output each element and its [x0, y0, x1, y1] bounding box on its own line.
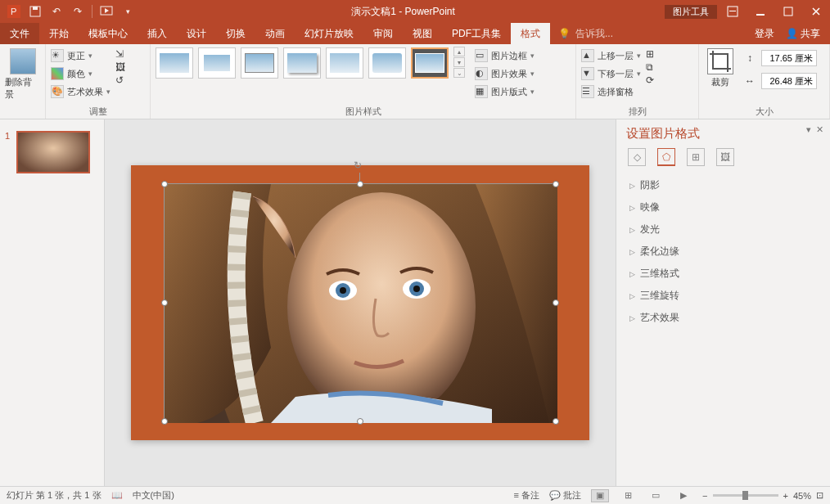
artistic-effects-button[interactable]: 🎨艺术效果 — [51, 83, 111, 101]
remove-background-button[interactable]: 删除背景 — [5, 47, 40, 101]
change-pic-icon[interactable]: 🖼 — [115, 61, 125, 73]
tab-design[interactable]: 设计 — [177, 23, 216, 44]
tab-review[interactable]: 审阅 — [363, 23, 403, 44]
style-thumb-selected[interactable] — [411, 47, 449, 79]
tab-insert[interactable]: 插入 — [138, 23, 177, 44]
zoom-in-icon[interactable]: + — [783, 491, 788, 501]
size-prop-icon[interactable]: ⊞ — [687, 148, 705, 166]
svg-rect-8 — [784, 7, 792, 16]
tab-format[interactable]: 格式 — [511, 23, 550, 44]
tell-me[interactable]: 💡告诉我... — [550, 23, 745, 44]
pane-close-icon[interactable]: ✕ — [816, 124, 823, 135]
height-input[interactable] — [761, 50, 817, 66]
rotate-handle[interactable] — [354, 160, 367, 173]
slide-canvas[interactable] — [105, 119, 616, 486]
picture-styles-gallery[interactable]: ▴ ▾ ⌄ — [156, 47, 465, 79]
send-backward-button[interactable]: ▼下移一层 — [581, 65, 641, 83]
resize-handle[interactable] — [161, 418, 168, 425]
resize-handle[interactable] — [161, 181, 168, 187]
tab-slideshow[interactable]: 幻灯片放映 — [295, 23, 363, 44]
style-thumb[interactable] — [368, 47, 406, 79]
style-thumb[interactable] — [156, 47, 193, 79]
slideshow-icon[interactable] — [99, 4, 114, 19]
zoom-out-icon[interactable]: − — [702, 491, 707, 501]
group-icon[interactable]: ⧉ — [646, 61, 654, 73]
corrections-button[interactable]: ☀更正 — [51, 47, 111, 65]
close-icon[interactable] — [802, 0, 830, 23]
tab-transition[interactable]: 切换 — [216, 23, 255, 44]
tab-view[interactable]: 视图 — [403, 23, 442, 44]
slide[interactable] — [131, 165, 589, 440]
zoom-value[interactable]: 45% — [793, 491, 811, 501]
spellcheck-icon[interactable]: 📖 — [111, 490, 123, 501]
gallery-down-icon[interactable]: ▾ — [453, 57, 465, 67]
accordion-artistic[interactable]: 艺术效果 — [626, 307, 820, 329]
tab-template[interactable]: 模板中心 — [79, 23, 138, 44]
fill-line-icon[interactable]: ◇ — [628, 148, 646, 166]
lightbulb-icon: 💡 — [558, 28, 571, 39]
selected-image[interactable] — [164, 183, 557, 422]
group-adjust: 调整 — [51, 105, 145, 119]
selection-pane-button[interactable]: ☰选择窗格 — [581, 83, 641, 101]
accordion-glow[interactable]: 发光 — [626, 218, 820, 241]
view-reading-icon[interactable]: ▭ — [647, 489, 665, 502]
svg-text:P: P — [11, 7, 16, 16]
tab-animation[interactable]: 动画 — [255, 23, 295, 44]
gallery-up-icon[interactable]: ▴ — [453, 47, 465, 56]
compress-icon[interactable]: ⇲ — [115, 48, 125, 60]
resize-handle[interactable] — [161, 299, 168, 306]
tab-pdf[interactable]: PDF工具集 — [442, 23, 511, 44]
resize-handle[interactable] — [553, 418, 559, 425]
accordion-softedge[interactable]: 柔化边缘 — [626, 241, 820, 263]
view-sorter-icon[interactable]: ⊞ — [619, 489, 637, 502]
resize-handle[interactable] — [357, 418, 363, 425]
qat-more-icon[interactable]: ▾ — [120, 4, 135, 19]
effects-icon: ◐ — [475, 67, 488, 80]
minimize-icon[interactable] — [747, 0, 774, 23]
status-language[interactable]: 中文(中国) — [133, 489, 174, 502]
bring-forward-button[interactable]: ▲上移一层 — [581, 47, 641, 65]
comments-button[interactable]: 💬 批注 — [549, 489, 581, 502]
accordion-3drotate[interactable]: 三维旋转 — [626, 285, 820, 307]
width-input[interactable] — [761, 73, 817, 89]
accordion-shadow[interactable]: 阴影 — [626, 174, 820, 196]
share-button[interactable]: 👤 共享 — [786, 27, 820, 41]
gallery-more-icon[interactable]: ⌄ — [453, 68, 465, 78]
accordion-reflect[interactable]: 映像 — [626, 196, 820, 218]
style-thumb[interactable] — [198, 47, 236, 79]
undo-icon[interactable]: ↶ — [49, 4, 64, 19]
crop-button[interactable]: 裁剪 — [704, 47, 737, 88]
maximize-icon[interactable] — [774, 0, 802, 23]
login-button[interactable]: 登录 — [755, 27, 774, 41]
ribbon-options-icon[interactable] — [719, 0, 747, 23]
accordion-3dformat[interactable]: 三维格式 — [626, 263, 820, 285]
view-slideshow-icon[interactable]: ▶ — [674, 489, 692, 502]
style-thumb[interactable] — [241, 47, 278, 79]
window-title: 演示文稿1 - PowerPoint — [142, 5, 665, 19]
picture-layout-button[interactable]: ▦图片版式 — [475, 83, 535, 101]
slide-thumbnail[interactable]: 1 — [7, 131, 97, 173]
width-icon: ↔ — [742, 74, 758, 88]
pane-options-icon[interactable]: ▾ — [806, 124, 811, 135]
reset-pic-icon[interactable]: ↺ — [115, 74, 125, 86]
fit-window-icon[interactable]: ⊡ — [816, 490, 823, 501]
view-normal-icon[interactable]: ▣ — [591, 489, 609, 502]
redo-icon[interactable]: ↷ — [70, 4, 85, 19]
color-button[interactable]: 颜色 — [51, 65, 111, 83]
style-thumb[interactable] — [283, 47, 321, 79]
picture-border-button[interactable]: ▭图片边框 — [475, 47, 535, 65]
resize-handle[interactable] — [553, 299, 559, 306]
tab-home[interactable]: 开始 — [39, 23, 79, 44]
resize-handle[interactable] — [553, 181, 559, 187]
tab-file[interactable]: 文件 — [0, 23, 39, 44]
align-icon[interactable]: ⊞ — [646, 48, 654, 60]
style-thumb[interactable] — [326, 47, 363, 79]
save-icon[interactable] — [28, 4, 43, 19]
picture-effects-button[interactable]: ◐图片效果 — [475, 65, 535, 83]
picture-tab-icon[interactable]: 🖼 — [716, 148, 734, 166]
zoom-slider[interactable] — [713, 494, 778, 497]
resize-handle[interactable] — [357, 181, 363, 187]
notes-button[interactable]: ≡ 备注 — [514, 489, 539, 502]
rotate-icon[interactable]: ⟳ — [646, 74, 654, 86]
effects-tab-icon[interactable]: ⬠ — [657, 148, 675, 166]
